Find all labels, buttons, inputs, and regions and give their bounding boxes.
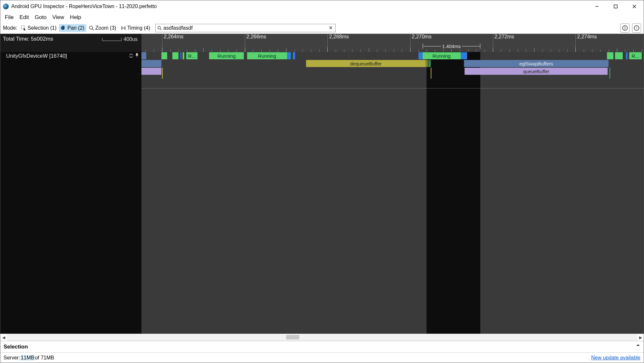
search-icon — [157, 25, 162, 31]
trace-segment[interactable] — [615, 52, 622, 59]
maximize-button[interactable] — [606, 0, 625, 13]
track-row-unitygfxdevicew[interactable]: UnityGfxDeviceW [16740] — [0, 52, 141, 60]
svg-rect-1 — [614, 5, 617, 8]
horizontal-scrollbar[interactable]: ◀ ▶ — [0, 334, 644, 341]
svg-line-2 — [633, 5, 636, 8]
trace-segment[interactable]: R... — [629, 52, 641, 59]
ruler-tick: 2,274ms — [575, 34, 597, 52]
track-names: UnityGfxDeviceW [16740] — [0, 52, 141, 334]
scroll-track[interactable] — [7, 334, 637, 341]
trace-segment[interactable]: Running — [247, 52, 287, 59]
app-icon — [3, 4, 9, 9]
svg-point-10 — [158, 26, 160, 29]
trace-mark — [431, 68, 431, 79]
svg-rect-14 — [625, 27, 625, 29]
track-content[interactable]: R...RunningRunningRunningR...dequeueBuff… — [141, 52, 644, 334]
server-mem-total: of 71MB — [35, 355, 54, 361]
trace-segment[interactable] — [418, 52, 423, 59]
trace-segment[interactable] — [293, 52, 295, 59]
tool-zoom[interactable]: Zoom (3) — [87, 24, 118, 32]
trace-segment[interactable]: R... — [186, 52, 198, 59]
svg-line-11 — [160, 29, 161, 30]
scale-label: 400us — [123, 36, 138, 42]
svg-text:?: ? — [636, 26, 638, 30]
scale-indicator: 400us — [102, 36, 138, 42]
trace-segment[interactable] — [427, 60, 428, 67]
tool-label: Selection (1) — [27, 25, 56, 31]
collapse-icon[interactable] — [129, 53, 133, 59]
track-lane: R...RunningRunningRunningR... — [141, 52, 644, 60]
tool-timing[interactable]: Timing (4) — [119, 24, 152, 32]
trace-segment[interactable] — [461, 52, 467, 59]
ruler-tick: 2,266ms — [245, 34, 266, 52]
ruler-tick: 2,272ms — [493, 34, 514, 52]
scroll-left-button[interactable]: ◀ — [0, 334, 7, 341]
timing-icon — [121, 25, 126, 31]
trace-segment[interactable] — [626, 52, 628, 59]
scale-bar-icon — [102, 38, 121, 41]
tool-pan[interactable]: Pan (2) — [59, 24, 86, 32]
highlight-region — [141, 52, 427, 334]
statusbar: Server: 11MB of 71MB New update availabl… — [0, 352, 644, 363]
track-separator — [141, 88, 644, 89]
mode-label: Mode: — [3, 25, 17, 31]
trace-segment[interactable] — [607, 52, 614, 59]
menu-item-edit[interactable]: Edit — [17, 13, 31, 22]
tool-label: Timing (4) — [127, 25, 150, 31]
titlebar: Android GPU Inspector - RopeHeroViceTown… — [0, 0, 644, 13]
timeline-area: Total Time: 5s002ms 400us 2,264ms2,266ms… — [0, 34, 644, 334]
toolbar: Mode: Selection (1)Pan (2)Zoom (3)Timing… — [0, 22, 644, 34]
ruler-ticks[interactable]: 2,264ms2,266ms2,268ms2,270ms2,272ms2,274… — [141, 34, 644, 52]
trace-segment[interactable] — [287, 52, 291, 59]
update-available-link[interactable]: New update available — [591, 355, 640, 361]
trace-segment[interactable] — [141, 60, 161, 67]
ruler-tick: 2,268ms — [327, 34, 349, 52]
window-title: Android GPU Inspector - RopeHeroViceTown… — [11, 4, 588, 9]
selection-panel[interactable]: Selection ⌃ — [0, 341, 644, 352]
ruler-header: Total Time: 5s002ms 400us — [0, 34, 141, 52]
trace-segment[interactable] — [172, 52, 178, 59]
tool-selection[interactable]: Selection (1) — [19, 24, 58, 32]
total-time-label: Total Time: 5s002ms — [3, 36, 53, 42]
trace-segment[interactable]: eglSwapBuffers — [464, 60, 609, 67]
tool-label: Pan (2) — [67, 25, 84, 31]
trace-segment[interactable] — [180, 52, 182, 59]
server-label-prefix: Server: — [4, 355, 20, 361]
zoom-icon — [89, 25, 94, 31]
selection-panel-title: Selection — [4, 344, 28, 350]
ruler-tick: 2,270ms — [410, 34, 431, 52]
scroll-thumb[interactable] — [286, 335, 299, 339]
search-box[interactable]: ✕ — [155, 24, 336, 32]
clear-search-button[interactable]: ✕ — [327, 25, 334, 31]
trace-segment[interactable]: queueBuffer — [465, 68, 608, 75]
svg-line-6 — [92, 29, 94, 30]
selection-icon — [21, 25, 26, 31]
trace-segment[interactable] — [141, 68, 161, 75]
pin-icon[interactable] — [135, 53, 139, 59]
menubar: FileEditGotoViewHelp — [0, 13, 644, 22]
menu-item-help[interactable]: Help — [67, 13, 84, 22]
app-window: Android GPU Inspector - RopeHeroViceTown… — [0, 0, 644, 363]
trace-segment[interactable]: Running — [423, 52, 461, 59]
track-name-label: UnityGfxDeviceW [16740] — [6, 53, 67, 59]
trace-segment[interactable] — [161, 52, 167, 59]
chevron-up-icon[interactable]: ⌃ — [636, 343, 640, 350]
trace-segment[interactable] — [183, 52, 184, 59]
trace-segment[interactable]: Running — [209, 52, 244, 59]
close-button[interactable] — [625, 0, 644, 13]
help-button[interactable]: ? — [632, 24, 641, 33]
trace-segment[interactable]: dequeueBuffer — [306, 60, 426, 67]
trace-segment[interactable] — [428, 60, 431, 67]
info-button[interactable] — [620, 24, 630, 33]
menu-item-view[interactable]: View — [50, 13, 67, 22]
menu-item-goto[interactable]: Goto — [32, 13, 49, 22]
menu-item-file[interactable]: File — [2, 13, 16, 22]
track-lane: queueBuffer — [141, 67, 644, 75]
minimize-button[interactable] — [588, 0, 606, 13]
pan-icon — [61, 25, 66, 31]
trace-segment[interactable] — [141, 52, 146, 59]
scroll-right-button[interactable]: ▶ — [637, 334, 644, 341]
trace-mark — [610, 68, 610, 79]
search-input[interactable] — [162, 25, 327, 31]
window-controls — [588, 0, 644, 13]
